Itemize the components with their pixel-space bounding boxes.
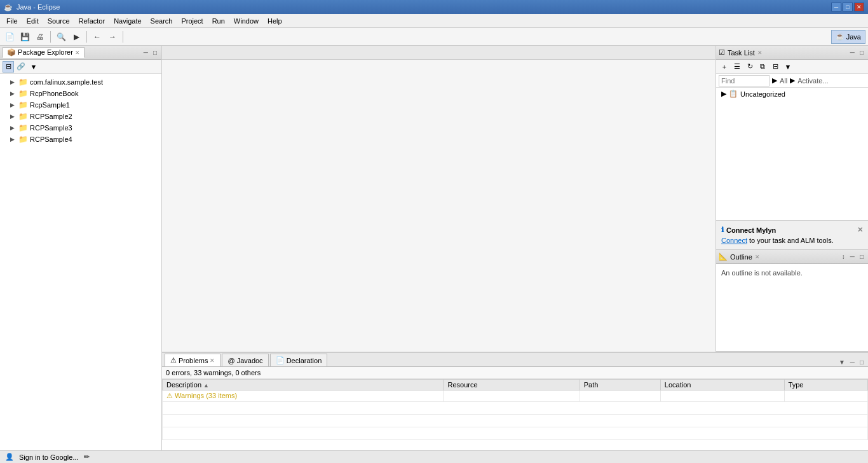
close-button[interactable]: ✕ [854, 3, 864, 11]
editor-content[interactable] [162, 60, 715, 352]
title-bar: ☕ Java - Eclipse ─ □ ✕ [0, 0, 868, 14]
project-label: RcpSample1 [30, 101, 70, 109]
save-button[interactable]: 💾 [18, 30, 32, 44]
title-bar-controls[interactable]: ─ □ ✕ [831, 3, 864, 11]
outline-maximize[interactable]: □ [858, 252, 865, 261]
collapse-all-button[interactable]: ⊟ [3, 61, 14, 73]
list-item[interactable]: ▶ 📁 RCPSample3 [0, 122, 161, 134]
type-cell [784, 390, 867, 402]
task-find-input[interactable] [719, 75, 770, 86]
bottom-panel-controls: ▼ ─ □ [837, 358, 868, 366]
connect-mylyn-close[interactable]: ✕ [857, 226, 863, 234]
problems-tab[interactable]: ⚠ Problems ✕ [165, 354, 220, 366]
description-column-header[interactable]: Description ▲ [163, 380, 444, 390]
menu-item-help[interactable]: Help [264, 16, 286, 26]
connect-link[interactable]: Connect [721, 237, 747, 244]
editor-area [162, 46, 715, 352]
status-extra-icon[interactable]: ✏ [84, 453, 90, 461]
bottom-minimize[interactable]: ─ [848, 358, 857, 366]
problems-tab-close[interactable]: ✕ [210, 357, 215, 364]
package-explorer-tab[interactable]: 📦 Package Explorer ✕ [3, 47, 85, 58]
menu-item-file[interactable]: File [3, 16, 22, 26]
path-cell [580, 390, 660, 402]
list-item[interactable]: ▶ 📁 com.falinux.sample.test [0, 76, 161, 88]
resource-column-header[interactable]: Resource [444, 380, 580, 390]
package-explorer-icon: 📦 [7, 48, 16, 56]
uncategorized-item[interactable]: ▶ 📋 Uncategorized [716, 88, 868, 100]
task-list-minimize[interactable]: ─ [848, 48, 857, 57]
new-button[interactable]: 📄 [3, 30, 17, 44]
package-explorer-maximize[interactable]: □ [151, 48, 159, 57]
problems-summary-bar: 0 errors, 33 warnings, 0 others [162, 367, 868, 379]
search-button[interactable]: 🔍 [54, 30, 68, 44]
type-column-header[interactable]: Type [784, 380, 867, 390]
list-item[interactable]: ▶ 📁 RcpPhoneBook [0, 88, 161, 99]
project-label: RCPSample2 [30, 113, 72, 120]
java-perspective-label: Java [846, 33, 861, 41]
expand-icon: ▶ [10, 136, 17, 142]
outline-sort[interactable]: ↕ [840, 252, 847, 261]
menu-item-source[interactable]: Source [44, 16, 74, 26]
javadoc-tab[interactable]: @ Javadoc [222, 354, 268, 366]
menu-item-edit[interactable]: Edit [23, 16, 43, 26]
outline-minimize[interactable]: ─ [848, 252, 857, 261]
view-menu-button[interactable]: ▼ [28, 61, 39, 73]
task-filter-button[interactable]: ⧉ [757, 61, 768, 73]
expand-icon: ▶ [10, 102, 17, 108]
menu-item-refactor[interactable]: Refactor [75, 16, 109, 26]
task-list-close[interactable]: ✕ [757, 50, 763, 56]
status-bar: 👤 Sign in to Google... ✏ [0, 450, 868, 463]
package-explorer-controls: ─ □ [142, 48, 159, 57]
project-icon: 📁 [18, 112, 28, 121]
editor-tabs [162, 46, 715, 60]
declaration-tab[interactable]: 📄 Declaration [270, 354, 328, 366]
all-filter[interactable]: All [780, 77, 787, 85]
bottom-view-menu[interactable]: ▼ [837, 358, 847, 366]
forward-button[interactable]: → [105, 30, 119, 44]
list-item[interactable]: ▶ 📁 RCPSample2 [0, 111, 161, 122]
print-button[interactable]: 🖨 [33, 30, 47, 44]
outline-title: Outline [730, 253, 752, 261]
project-icon: 📁 [18, 78, 28, 86]
package-explorer-close[interactable]: ✕ [75, 50, 80, 56]
location-column-header[interactable]: Location [660, 380, 784, 390]
back-button[interactable]: ← [90, 30, 104, 44]
run-button[interactable]: ▶ [69, 30, 83, 44]
maximize-button[interactable]: □ [843, 3, 853, 11]
java-perspective-icon: ☕ [836, 32, 844, 41]
task-synchronize-button[interactable]: ↻ [744, 61, 756, 73]
list-item[interactable]: ▶ 📁 RCPSample4 [0, 134, 161, 145]
list-item[interactable]: ▶ 📁 RcpSample1 [0, 99, 161, 111]
minimize-button[interactable]: ─ [831, 3, 841, 11]
task-categories-button[interactable]: ☰ [731, 61, 743, 73]
java-perspective-button[interactable]: ☕ Java [831, 30, 865, 44]
menu-item-search[interactable]: Search [147, 16, 177, 26]
sort-indicator: ▲ [203, 382, 209, 389]
package-explorer-minimize[interactable]: ─ [142, 48, 150, 57]
task-list-header-left: ☑ Task List ✕ [719, 48, 763, 57]
menu-item-run[interactable]: Run [208, 16, 229, 26]
expand-icon: ▶ [721, 90, 726, 98]
path-column-header[interactable]: Path [580, 380, 660, 390]
outline-close[interactable]: ✕ [755, 254, 760, 260]
task-list-maximize[interactable]: □ [858, 48, 865, 57]
menu-item-navigate[interactable]: Navigate [110, 16, 145, 26]
menu-item-window[interactable]: Window [230, 16, 262, 26]
task-view-menu[interactable]: ▼ [782, 61, 794, 73]
package-explorer-toolbar: ⊟ 🔗 ▼ [0, 60, 161, 74]
new-task-button[interactable]: + [719, 61, 730, 73]
project-tree: ▶ 📁 com.falinux.sample.test▶ 📁 RcpPhoneB… [0, 74, 161, 463]
project-icon: 📁 [18, 89, 28, 98]
task-collapse-button[interactable]: ⊟ [770, 61, 781, 73]
expand-icon: ▶ [10, 113, 17, 120]
status-google-label[interactable]: Sign in to Google... [19, 453, 79, 461]
task-list-controls: ─ □ [848, 48, 865, 57]
menu-item-project[interactable]: Project [177, 16, 207, 26]
activate-filter[interactable]: Activate... [797, 77, 828, 85]
bottom-maximize[interactable]: □ [858, 358, 865, 366]
link-with-editor-button[interactable]: 🔗 [15, 61, 27, 73]
javadoc-tab-label: Javadoc [237, 357, 263, 364]
table-row[interactable]: ⚠ Warnings (33 items) [163, 390, 868, 402]
outline-content: An outline is not available. [716, 264, 868, 351]
problems-summary: 0 errors, 33 warnings, 0 others [166, 369, 261, 377]
